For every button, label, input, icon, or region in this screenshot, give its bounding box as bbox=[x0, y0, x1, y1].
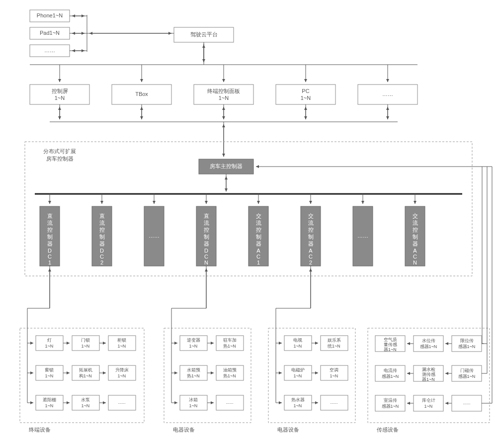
sub-dc1: 直流控制器DC1 bbox=[40, 194, 60, 266]
label-phone: Phone1~N bbox=[37, 12, 63, 18]
sub-ac1: 交流控制器AC1 bbox=[248, 194, 268, 266]
svg-text:感器1~N: 感器1~N bbox=[420, 344, 437, 349]
svg-text:统1~N: 统1~N bbox=[328, 344, 340, 349]
svg-text:控: 控 bbox=[47, 227, 53, 233]
svg-text:器: 器 bbox=[308, 241, 314, 247]
group-1-cells: 灯1~N 门锁1~N 柜锁1~N 窗锁1~N 拓展机构1~N 升降床1~N 遮阳… bbox=[36, 336, 136, 410]
svg-text:直: 直 bbox=[204, 213, 209, 219]
svg-text:C: C bbox=[309, 254, 313, 260]
group-1-label: 终端设备 bbox=[29, 427, 51, 433]
svg-text:流: 流 bbox=[99, 220, 105, 226]
svg-text:感器1~N: 感器1~N bbox=[458, 374, 476, 379]
cloud-label: 驾驶云平台 bbox=[190, 31, 218, 37]
svg-text:D: D bbox=[100, 248, 104, 254]
svg-text:流: 流 bbox=[204, 220, 209, 226]
svg-text:直: 直 bbox=[99, 213, 105, 219]
svg-text:门锁: 门锁 bbox=[81, 338, 90, 343]
svg-text:电视: 电视 bbox=[293, 338, 302, 343]
svg-text:C: C bbox=[204, 254, 208, 260]
svg-text:量传感: 量传感 bbox=[384, 342, 397, 347]
group-3-label: 电器设备 bbox=[277, 427, 299, 433]
svg-text:1~N: 1~N bbox=[330, 373, 338, 378]
svg-text:控: 控 bbox=[99, 227, 105, 233]
svg-text:感器1~N: 感器1~N bbox=[382, 374, 399, 379]
svg-text:1~N: 1~N bbox=[294, 344, 302, 349]
svg-text:1~N: 1~N bbox=[189, 344, 198, 349]
svg-text:制: 制 bbox=[47, 234, 53, 240]
svg-text:器: 器 bbox=[256, 241, 261, 247]
svg-text:1~N: 1~N bbox=[294, 403, 302, 408]
svg-text:1~N: 1~N bbox=[82, 403, 90, 408]
diagram-root: Phone1~N Pad1~N …… 驾驶云平台 控制屏 1~N TBox 终端… bbox=[0, 0, 497, 448]
panel-1b: 1~N bbox=[55, 95, 65, 101]
svg-text:驻车加: 驻车加 bbox=[223, 338, 237, 343]
svg-text:冰箱: 冰箱 bbox=[189, 397, 198, 402]
svg-text:1~N: 1~N bbox=[294, 373, 302, 378]
group-2-cells: 逆变器1~N 驻车加热1~N 水箱预热1~N 油箱预热1~N 冰箱1~N ...… bbox=[180, 336, 244, 410]
svg-text:感器1~N: 感器1~N bbox=[458, 344, 476, 349]
svg-text:1~N: 1~N bbox=[45, 344, 54, 349]
svg-text:柜锁: 柜锁 bbox=[117, 338, 126, 343]
svg-text:电磁炉: 电磁炉 bbox=[291, 367, 305, 372]
svg-text:灯: 灯 bbox=[47, 338, 52, 343]
svg-text:器1~N: 器1~N bbox=[384, 347, 397, 352]
svg-text:器1~N: 器1~N bbox=[422, 377, 435, 382]
svg-text:逆变器: 逆变器 bbox=[187, 338, 200, 343]
svg-text:油箱预: 油箱预 bbox=[223, 367, 237, 372]
panel-4a: PC bbox=[302, 88, 309, 94]
svg-text:1: 1 bbox=[257, 260, 260, 266]
svg-text:娱乐系: 娱乐系 bbox=[328, 338, 341, 343]
svg-text:A: A bbox=[309, 248, 313, 254]
sub-dc-more: …… bbox=[144, 194, 164, 266]
svg-text:拓展机: 拓展机 bbox=[79, 367, 92, 372]
panel-2: TBox bbox=[135, 91, 148, 97]
sub-ac2: 交流控制器AC2 bbox=[301, 194, 321, 266]
svg-text:流: 流 bbox=[256, 220, 261, 226]
svg-text:构1~N: 构1~N bbox=[79, 373, 92, 378]
svg-text:1~N: 1~N bbox=[45, 403, 54, 408]
svg-text:......: ...... bbox=[463, 400, 470, 405]
svg-text:1~N: 1~N bbox=[45, 373, 54, 378]
group-3-cells: 电视1~N 娱乐系统1~N 电磁炉1~N 空调1~N 热水器1~N ...... bbox=[284, 336, 348, 410]
panel-3a: 终端控制面板 bbox=[207, 88, 240, 94]
svg-text:热水器: 热水器 bbox=[291, 397, 305, 402]
svg-text:D: D bbox=[204, 248, 208, 254]
sub-dcn: 直流控制器DCN bbox=[196, 194, 216, 266]
svg-text:水位传: 水位传 bbox=[422, 338, 435, 343]
main-controller-label: 房车主控制器 bbox=[210, 163, 243, 169]
svg-text:1~N: 1~N bbox=[82, 344, 90, 349]
svg-text:流: 流 bbox=[308, 220, 314, 226]
svg-text:水泵: 水泵 bbox=[81, 397, 90, 402]
panel-3b: 1~N bbox=[219, 95, 229, 101]
svg-text:......: ...... bbox=[118, 400, 125, 405]
svg-text:热1~N: 热1~N bbox=[223, 344, 236, 349]
dist-label-1: 分布式可扩展 bbox=[43, 148, 76, 154]
svg-text:水箱预: 水箱预 bbox=[187, 367, 200, 372]
svg-text:控: 控 bbox=[256, 227, 261, 233]
svg-text:C: C bbox=[48, 254, 52, 260]
svg-text:......: ...... bbox=[330, 400, 337, 405]
svg-text:交: 交 bbox=[413, 213, 418, 219]
svg-text:控: 控 bbox=[413, 227, 418, 233]
svg-text:门磁传: 门磁传 bbox=[460, 368, 474, 373]
svg-text:交: 交 bbox=[308, 213, 314, 219]
svg-text:遮阳棚: 遮阳棚 bbox=[43, 397, 56, 402]
svg-text:1~N: 1~N bbox=[118, 373, 126, 378]
label-pad: Pad1~N bbox=[40, 30, 60, 36]
svg-text:制: 制 bbox=[308, 234, 314, 240]
top-devices: Phone1~N Pad1~N …… bbox=[30, 10, 87, 57]
svg-text:限位传: 限位传 bbox=[460, 338, 474, 343]
svg-text:2: 2 bbox=[100, 260, 103, 266]
svg-text:C: C bbox=[100, 254, 104, 260]
svg-text:库仑计: 库仑计 bbox=[422, 398, 435, 403]
svg-text:漏水检: 漏水检 bbox=[422, 367, 435, 372]
dist-label-2: 房车控制器 bbox=[46, 156, 74, 162]
group-4-label: 传感设备 bbox=[377, 427, 399, 433]
svg-text:空气质: 空气质 bbox=[384, 337, 397, 342]
svg-text:器: 器 bbox=[204, 241, 209, 247]
svg-text:流: 流 bbox=[413, 220, 418, 226]
svg-text:制: 制 bbox=[99, 234, 105, 240]
svg-text:控: 控 bbox=[308, 227, 314, 233]
panel-5: …… bbox=[382, 91, 393, 97]
svg-text:1~N: 1~N bbox=[118, 344, 126, 349]
